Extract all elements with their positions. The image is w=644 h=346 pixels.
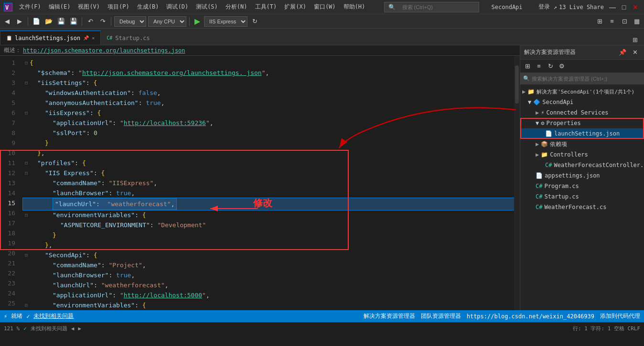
status-solution-explorer-link[interactable]: 解决方案资源管理器 (364, 312, 415, 320)
tree-properties-container: ▼ ⚙ Properties 📄 launchSettings.json (520, 118, 644, 139)
menu-help[interactable]: 帮助(H) (341, 2, 368, 12)
zoom-level[interactable]: 121 % (4, 325, 20, 332)
save-button[interactable]: 💾 (56, 16, 66, 27)
sidebar-title: 解决方案资源管理器 (524, 48, 576, 56)
fold-1[interactable]: ⊟ (23, 60, 30, 66)
tree-dependencies[interactable]: ▶ 📦 依赖项 (520, 139, 644, 149)
fold-13 (23, 180, 30, 187)
weatherforecastcontroller-label: WeatherForecastController.cs (554, 162, 644, 168)
scroll-left-btn[interactable]: ◀ (71, 325, 75, 332)
sidebar-filter-button[interactable]: ≡ (534, 61, 544, 72)
run-target-dropdown[interactable]: IIS Express (204, 16, 247, 27)
bottom-right: 行: 1 字符: 1 空格 CRLF (573, 325, 640, 332)
menu-test[interactable]: 测试(S) (193, 2, 221, 12)
menu-tools[interactable]: 工具(T) (252, 2, 280, 12)
fold-16[interactable]: ⊟ (23, 212, 30, 219)
menu-bar: 文件(F) 编辑(E) 视图(V) 项目(P) 生成(B) 调试(D) 测试(S… (16, 2, 368, 12)
fold-17 (23, 222, 30, 229)
status-blog-url[interactable]: https://blog.csdn.net/weixin_42046939 (467, 313, 594, 320)
editor-scrollbar[interactable] (514, 56, 520, 310)
code-content[interactable]: ⊟ { "$schema": "http://json.schemastore.… (19, 56, 514, 310)
minimize-button[interactable]: — (608, 2, 617, 12)
fold-3[interactable]: ⊟ (23, 80, 30, 86)
maximize-button[interactable]: □ (619, 2, 629, 12)
sidebar-close-button[interactable]: ✕ (630, 47, 640, 58)
toolbar-extra-2[interactable]: ≡ (607, 16, 617, 27)
status-no-issues-icon: ✓ (26, 313, 30, 320)
sidebar-search-input[interactable] (532, 76, 641, 82)
fold-18 (23, 232, 30, 239)
menu-build[interactable]: 生成(B) (134, 2, 162, 12)
login-button[interactable]: 登录 (538, 3, 550, 11)
line-numbers: 12345 678910 1112131415 1617181920 21222… (0, 56, 19, 310)
tree-startup[interactable]: C# Startup.cs (520, 191, 644, 202)
menu-extensions[interactable]: 扩展(X) (281, 2, 309, 12)
code-line-16: ⊟ "environmentVariables": { (23, 210, 514, 220)
project-expand-icon: ▼ (528, 99, 531, 105)
back-button[interactable]: ◀ (2, 16, 12, 27)
tree-project[interactable]: ▼ 🔷 SecondApi (520, 97, 644, 107)
tree-weatherforecast[interactable]: C# WeatherForecast.cs (520, 202, 644, 212)
tab-bar-right: ⊞ (630, 34, 644, 45)
fold-12[interactable]: ⊟ (23, 170, 30, 177)
fold-5 (23, 100, 30, 106)
menu-edit[interactable]: 编辑(E) (46, 2, 74, 12)
sidebar-pin-button[interactable]: 📌 (617, 47, 628, 58)
breadcrumb-link[interactable]: http://json.schemastore.org/launchsettin… (23, 47, 185, 54)
sidebar-refresh-button[interactable]: ↻ (545, 61, 556, 72)
tab-startup[interactable]: C# Startup.cs (101, 31, 155, 45)
tree-properties[interactable]: ▼ ⚙ Properties (520, 118, 644, 128)
main-layout: 概述： http://json.schemastore.org/launchse… (0, 45, 644, 310)
fold-7 (23, 120, 30, 126)
tree-controllers[interactable]: ▶ 📁 Controllers (520, 149, 644, 160)
menu-analyze[interactable]: 分析(N) (223, 2, 250, 12)
menu-project[interactable]: 项目(P) (105, 2, 132, 12)
tab-bar: 📋 launchSettings.json 📌 ✕ C# Startup.cs … (0, 29, 644, 45)
fold-25[interactable]: ⊟ (23, 302, 30, 309)
fold-11[interactable]: ⊟ (23, 160, 30, 167)
fold-2 (23, 70, 30, 76)
toolbar-extra-3[interactable]: ⊡ (619, 16, 630, 27)
run-button[interactable]: ▶ (193, 17, 202, 26)
tree-appsettings[interactable]: 📄 appsettings.json (520, 170, 644, 181)
debug-config-dropdown[interactable]: Debug (114, 16, 146, 27)
platform-dropdown[interactable]: Any CPU (148, 16, 186, 27)
menu-debug[interactable]: 调试(D) (163, 2, 191, 12)
tree-connected-services[interactable]: ▶ ⚡ Connected Services (520, 107, 644, 118)
properties-expand-icon: ▼ (536, 120, 539, 126)
undo-button[interactable]: ↶ (85, 16, 96, 27)
status-team-explorer-link[interactable]: 团队资源管理器 (421, 312, 461, 320)
svg-text:V: V (5, 4, 9, 11)
fold-4 (23, 90, 30, 96)
tree-solution[interactable]: ▶ 📁 解决方案'SecondApi'(1个项目/共1个) (520, 86, 644, 97)
global-search-input[interactable] (398, 2, 475, 12)
redo-button[interactable]: ↷ (97, 16, 108, 27)
title-bar: V 文件(F) 编辑(E) 视图(V) 项目(P) 生成(B) 调试(D) 测试… (0, 0, 644, 14)
save-all-button[interactable]: 💾 (68, 16, 79, 27)
fold-20[interactable]: ⊟ (23, 252, 30, 259)
toolbar-extra-1[interactable]: ⊞ (594, 16, 605, 27)
sidebar-collapse-button[interactable]: ⊞ (522, 61, 533, 72)
forward-button[interactable]: ▶ (14, 16, 25, 27)
refresh-button[interactable]: ↻ (249, 16, 260, 27)
scroll-right-btn[interactable]: ▶ (78, 325, 81, 332)
menu-view[interactable]: 视图(V) (75, 2, 103, 12)
tree-program[interactable]: C# Program.cs (520, 181, 644, 191)
toolbar-extra-4[interactable]: ▦ (632, 16, 642, 27)
close-button[interactable]: ✕ (631, 2, 640, 12)
status-left: ⚡ 就绪 ✓ 未找到相关问题 (4, 312, 74, 320)
status-add-to-agent[interactable]: 添加到代码代理 (600, 312, 640, 320)
tree-launchsettings[interactable]: 📄 launchSettings.json (520, 128, 644, 139)
status-no-issues-text[interactable]: 未找到相关问题 (33, 312, 74, 320)
tab-launchsettings[interactable]: 📋 launchSettings.json 📌 ✕ (0, 31, 101, 45)
tab-close-launchsettings[interactable]: ✕ (92, 35, 95, 41)
live-share-button[interactable]: ↗ 13 Live Share (554, 4, 604, 10)
menu-file[interactable]: 文件(F) (16, 2, 44, 12)
menu-window[interactable]: 窗口(W) (311, 2, 339, 12)
open-button[interactable]: 📂 (43, 16, 54, 27)
sidebar-settings-button[interactable]: ⚙ (557, 61, 567, 72)
new-project-button[interactable]: 📄 (31, 16, 42, 27)
fold-6[interactable]: ⊟ (23, 110, 30, 116)
tree-weatherforecastcontroller[interactable]: C# WeatherForecastController.cs (520, 160, 644, 170)
solution-explorer-toggle[interactable]: ⊞ (630, 34, 640, 45)
